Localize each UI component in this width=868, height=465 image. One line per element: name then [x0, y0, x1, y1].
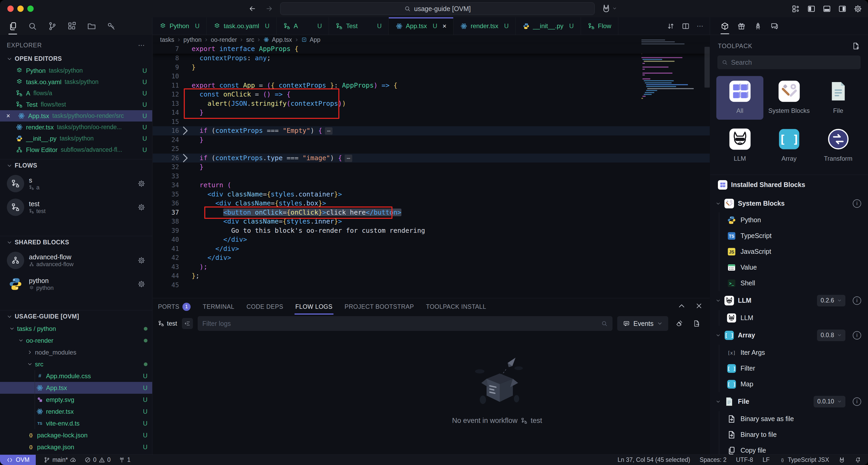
- toolpack-search-input[interactable]: Search: [717, 56, 861, 69]
- collapse-list-button[interactable]: [182, 318, 193, 329]
- toggle-right-panel-icon[interactable]: [838, 4, 847, 13]
- breadcrumb-item[interactable]: src: [246, 36, 254, 43]
- history-back-button[interactable]: [248, 5, 256, 12]
- code-line-9[interactable]: 9}: [153, 63, 710, 72]
- feedback-view-icon[interactable]: [770, 22, 779, 30]
- panel-tab-toolpack-install[interactable]: TOOLPACK INSTALL: [426, 298, 486, 315]
- explorer-more-icon[interactable]: ⋯: [138, 41, 145, 50]
- assistant-menu-button[interactable]: [601, 4, 617, 13]
- toolpack-category-llm[interactable]: LLM: [716, 124, 764, 168]
- eol-status[interactable]: LF: [763, 456, 770, 463]
- settings-gear-icon[interactable]: [854, 4, 862, 13]
- panel-tab-terminal[interactable]: TERMINAL: [203, 298, 234, 315]
- breadcrumb-item[interactable]: oo-render: [211, 36, 237, 43]
- info-icon[interactable]: i: [853, 199, 861, 208]
- breadcrumb-item[interactable]: App: [310, 36, 320, 43]
- tab-flow[interactable]: Flow: [581, 17, 619, 35]
- explorer-activity-icon[interactable]: [8, 21, 18, 31]
- code-editor[interactable]: taskspythonoo-rendersrcApp.tsxApp 7expor…: [153, 35, 710, 298]
- code-line-45[interactable]: 45: [153, 281, 710, 290]
- open-editors-header[interactable]: OPEN EDITORS: [0, 53, 152, 65]
- toolpack-category-system-blocks[interactable]: System Blocks: [766, 76, 812, 120]
- ports-status[interactable]: 1: [119, 456, 131, 463]
- toolpack-view-icon[interactable]: [720, 22, 729, 30]
- toolpack-category-array[interactable]: [ ]Array: [766, 124, 812, 168]
- close-icon[interactable]: ×: [6, 112, 13, 120]
- code-line-34[interactable]: 34 return (: [153, 181, 710, 190]
- tree-item-tasks-python[interactable]: tasks / python: [0, 323, 152, 335]
- code-line-36[interactable]: 36 <div className={styles.box}>: [153, 199, 710, 208]
- block-item-python[interactable]: Python: [710, 212, 868, 228]
- breadcrumb-item[interactable]: tasks: [160, 36, 174, 43]
- panel-tab-ports[interactable]: PORTS1: [158, 298, 191, 315]
- tree-item-oo-render[interactable]: oo-render: [0, 335, 152, 346]
- flow-card[interactable]: advanced-flowadvanced-flow: [0, 249, 152, 272]
- code-line-38[interactable]: 38 <div className={styles.inner}>: [153, 217, 710, 226]
- code-line-43[interactable]: 43 );: [153, 262, 710, 272]
- tree-item-node-modules[interactable]: node_modules: [0, 346, 152, 358]
- block-item-value[interactable]: Value: [710, 260, 868, 275]
- maximize-panel-icon[interactable]: [678, 302, 686, 310]
- clear-logs-button[interactable]: [673, 317, 686, 330]
- maximize-window-button[interactable]: [27, 5, 34, 12]
- panel-tab-flow-logs[interactable]: FLOW LOGS: [296, 298, 333, 315]
- filter-logs-input[interactable]: Filter logs: [198, 316, 613, 331]
- code-line-26[interactable]: 26 if (contextProps.type === "image") {⋯: [153, 154, 710, 163]
- tree-item-src[interactable]: src: [0, 358, 152, 370]
- export-logs-button[interactable]: [690, 317, 703, 330]
- close-window-button[interactable]: [7, 5, 14, 12]
- indentation-status[interactable]: Spaces: 2: [700, 456, 726, 463]
- code-line-32[interactable]: 32 }: [153, 163, 710, 172]
- toggle-left-panel-icon[interactable]: [807, 4, 816, 13]
- block-item-copy-file[interactable]: Copy file: [710, 443, 868, 455]
- workflow-selector[interactable]: test: [158, 320, 177, 327]
- close-panel-icon[interactable]: [695, 302, 703, 310]
- block-item-iter-args[interactable]: [x]Iter Args: [710, 345, 868, 360]
- search-activity-icon[interactable]: [28, 21, 37, 31]
- keys-activity-icon[interactable]: [106, 21, 116, 31]
- panel-tab-project-bootstrap[interactable]: PROJECT BOOTSTRAP: [345, 298, 414, 315]
- folder-activity-icon[interactable]: [87, 21, 96, 31]
- extensions-activity-icon[interactable]: [67, 21, 77, 31]
- version-select[interactable]: 0.2.6: [817, 295, 845, 307]
- tree-item-package-lock-json[interactable]: {}package-lock.jsonU: [0, 429, 152, 441]
- rocket-view-icon[interactable]: [754, 22, 762, 30]
- open-editor-item[interactable]: ×App.tsxtasks/python/oo-render/srcU: [0, 110, 152, 121]
- toggle-bottom-panel-icon[interactable]: [823, 4, 831, 13]
- more-actions-icon[interactable]: ⋯: [696, 22, 704, 30]
- code-line-25[interactable]: 25: [153, 144, 710, 154]
- flow-card[interactable]: testtest: [0, 196, 152, 219]
- assistant-status[interactable]: [839, 457, 845, 463]
- code-line-7[interactable]: 7export interface AppProps {: [153, 45, 298, 54]
- encoding-status[interactable]: UTF-8: [736, 456, 753, 463]
- block-item-binary-to-file[interactable]: Binary to file: [710, 427, 868, 443]
- code-line-40[interactable]: 40 </div>: [153, 235, 710, 244]
- events-dropdown[interactable]: Events: [617, 316, 668, 331]
- open-editor-item[interactable]: Flow Editorsubflows/advanced-fl...U: [0, 144, 152, 155]
- panel-tab-code-deps[interactable]: CODE DEPS: [247, 298, 283, 315]
- code-line-35[interactable]: 35 <div className={styles.container}>: [153, 190, 710, 199]
- cursor-position-status[interactable]: Ln 37, Col 54 (45 selected): [618, 456, 690, 463]
- block-group-file[interactable]: File0.0.10i: [710, 392, 868, 411]
- tree-item-vite-env-d-ts[interactable]: TSvite-env.d.tsU: [0, 417, 152, 429]
- open-editor-item[interactable]: Pythontasks/pythonU: [0, 65, 152, 76]
- code-line-13[interactable]: 13 alert(JSON.stringify(contextProps)): [153, 99, 710, 108]
- tab-render-tsx[interactable]: render.tsxU: [454, 17, 516, 35]
- code-line-11[interactable]: 11export const App = ({ contextProps }: …: [153, 81, 710, 90]
- block-item-typescript[interactable]: TSTypeScript: [710, 228, 868, 244]
- code-line-39[interactable]: 39 Go to this block's oo-render for cust…: [153, 226, 710, 235]
- block-group-system-blocks[interactable]: System Blocksi: [710, 195, 868, 212]
- block-item-javascript[interactable]: JSJavaScript: [710, 244, 868, 260]
- shared-blocks-header[interactable]: SHARED BLOCKS: [0, 236, 152, 249]
- block-item-map[interactable]: [ ]Map: [710, 376, 868, 392]
- source-control-activity-icon[interactable]: [47, 21, 57, 31]
- tab-test[interactable]: TestU: [329, 17, 389, 35]
- breadcrumb-item[interactable]: App.tsx: [272, 36, 292, 43]
- info-icon[interactable]: i: [853, 331, 861, 340]
- code-line-10[interactable]: 10: [153, 72, 710, 81]
- open-editor-item[interactable]: Testflows/testU: [0, 99, 152, 110]
- tree-item-app-tsx[interactable]: App.tsxU: [0, 382, 152, 394]
- customize-layout-icon[interactable]: [792, 4, 800, 13]
- code-line-24[interactable]: 24 }: [153, 136, 710, 145]
- history-forward-button[interactable]: [265, 5, 273, 12]
